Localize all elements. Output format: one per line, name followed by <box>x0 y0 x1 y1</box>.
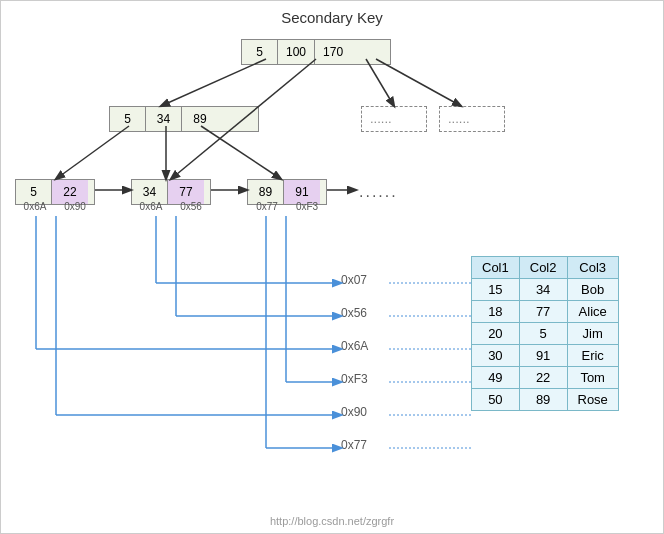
addr-0x07: 0x07 <box>341 273 367 287</box>
cell-r1-c1: 77 <box>519 301 567 323</box>
cell-r1-c0: 18 <box>472 301 520 323</box>
svg-line-3 <box>376 59 461 106</box>
cell-r4-c2: Tom <box>567 367 618 389</box>
cell-r4-c0: 49 <box>472 367 520 389</box>
leaf1-addr-row: 0x6A 0x90 <box>15 201 95 212</box>
addr-0x56: 0x56 <box>341 306 367 320</box>
main-container: Secondary Key 5 100 170 5 34 89 ...... .… <box>0 0 664 534</box>
col-header-2: Col2 <box>519 257 567 279</box>
cell-r3-c2: Eric <box>567 345 618 367</box>
svg-line-6 <box>201 126 281 179</box>
watermark: http://blog.csdn.net/zgrgfr <box>270 515 394 527</box>
cell-r5-c1: 89 <box>519 389 567 411</box>
cell-r4-c1: 22 <box>519 367 567 389</box>
cell-r3-c1: 91 <box>519 345 567 367</box>
dashed-cell-1: ...... <box>362 107 400 131</box>
cell-r2-c2: Jim <box>567 323 618 345</box>
leaf3-addr-row: 0x77 0xF3 <box>247 201 327 212</box>
leaf1-addr-2: 0x90 <box>55 201 95 212</box>
cell-r0-c0: 15 <box>472 279 520 301</box>
leaf2-addr-1: 0x6A <box>131 201 171 212</box>
col-header-3: Col3 <box>567 257 618 279</box>
l2-cell-3: 89 <box>182 107 218 131</box>
dashed-node-1: ...... <box>361 106 427 132</box>
root-node: 5 100 170 <box>241 39 391 65</box>
dashed-cell-2: ...... <box>440 107 478 131</box>
addr-0x77: 0x77 <box>341 438 367 452</box>
root-cell-1: 5 <box>242 40 278 64</box>
root-cell-3: 170 <box>315 40 351 64</box>
cell-r1-c2: Alice <box>567 301 618 323</box>
svg-line-0 <box>161 59 266 106</box>
cell-r5-c2: Rose <box>567 389 618 411</box>
l2-cell-1: 5 <box>110 107 146 131</box>
cell-r0-c1: 34 <box>519 279 567 301</box>
root-cell-2: 100 <box>278 40 315 64</box>
addr-0xF3: 0xF3 <box>341 372 368 386</box>
leaf3-addr-1: 0x77 <box>247 201 287 212</box>
table-row: 205Jim <box>472 323 619 345</box>
main-dots: ...... <box>359 183 398 201</box>
cell-r3-c0: 30 <box>472 345 520 367</box>
table-row: 1877Alice <box>472 301 619 323</box>
table-row: 4922Tom <box>472 367 619 389</box>
table-row: 3091Eric <box>472 345 619 367</box>
table-row: 5089Rose <box>472 389 619 411</box>
l2-cell-2: 34 <box>146 107 182 131</box>
svg-line-2 <box>366 59 394 106</box>
table-row: 1534Bob <box>472 279 619 301</box>
cell-r0-c2: Bob <box>567 279 618 301</box>
addr-0x6A: 0x6A <box>341 339 368 353</box>
svg-line-4 <box>56 126 129 179</box>
cell-r2-c1: 5 <box>519 323 567 345</box>
data-table: Col1 Col2 Col3 1534Bob1877Alice205Jim309… <box>471 256 619 411</box>
col-header-1: Col1 <box>472 257 520 279</box>
cell-r2-c0: 20 <box>472 323 520 345</box>
page-title: Secondary Key <box>1 1 663 26</box>
leaf2-addr-row: 0x6A 0x56 <box>131 201 211 212</box>
leaf3-addr-2: 0xF3 <box>287 201 327 212</box>
level2-node: 5 34 89 <box>109 106 259 132</box>
cell-r5-c0: 50 <box>472 389 520 411</box>
leaf2-addr-2: 0x56 <box>171 201 211 212</box>
dashed-node-2: ...... <box>439 106 505 132</box>
addr-0x90: 0x90 <box>341 405 367 419</box>
leaf1-addr-1: 0x6A <box>15 201 55 212</box>
